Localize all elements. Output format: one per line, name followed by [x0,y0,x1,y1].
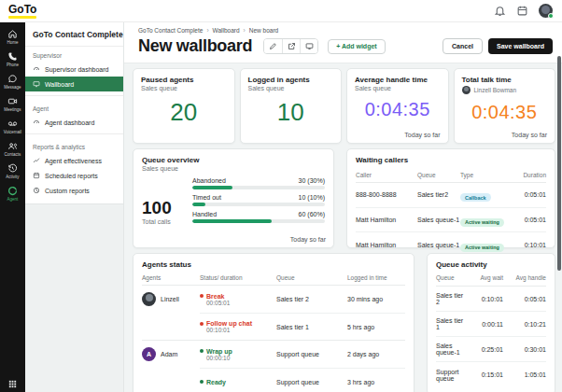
section-label-reports: Reports & analytics [25,138,123,153]
status-dot [200,322,204,326]
contacts-icon [7,141,18,151]
sidebar-item-agent-effectiveness[interactable]: Agent effectiveness [25,153,123,168]
status-badge: Active waiting [460,218,504,227]
avg-handle-time-value: 0:04:35 [355,99,441,120]
share-export-icon[interactable] [282,39,300,53]
user-avatar[interactable] [539,4,553,18]
rail-item-contacts[interactable]: Contacts [0,138,25,161]
widget-agents-status[interactable]: Agents status Agents Status/ duration Qu… [133,253,414,392]
goto-logo: GoTo [8,3,36,19]
breadcrumb: GoTo Contact Complete › Wallboard › New … [124,22,562,35]
top-bar: GoTo [0,0,562,22]
table-row: Sales tier 2 0:10:01 0:05:01 [436,287,546,312]
status-dot [200,380,204,384]
calendar-icon [33,172,40,179]
status-dot [200,349,204,353]
table-row: Follow up chat 00:10:01 Sales tier 1 5 h… [200,313,405,340]
save-wallboard-button[interactable]: Save wallboard [488,38,553,54]
widget-average-handle-time[interactable]: Average handle time Sales queue 0:04:35 … [346,68,449,144]
bar-timed-out: Timed out 10 (10%) [192,194,325,206]
waiting-callers-header: Caller Queue Type Duration [356,169,546,183]
widget-queue-activity[interactable]: Queue activity Queue Avg wait Avg handle… [427,253,555,392]
widget-total-talk-time[interactable]: Total talk time Linzell Bowman 0:04:35 T… [454,68,556,144]
apps-grid-icon[interactable] [7,376,18,386]
edit-pencil-icon[interactable] [264,39,282,53]
app-window: GoTo Home Phone Me [0,0,562,392]
pie-chart-icon [33,187,40,194]
rail-item-meetings[interactable]: Meetings [0,93,25,116]
table-row: Break 00:05:01 Sales tier 2 30 mins ago [200,286,405,313]
rail-item-agent[interactable]: Agent [0,183,25,205]
table-row: Sales queue-1 0:25:01 0:30:01 [436,337,546,362]
meetings-icon [7,96,18,106]
sidebar-item-scheduled-reports[interactable]: Scheduled reports [25,168,123,183]
status-badge: Callback [460,193,491,202]
present-display-icon[interactable] [300,39,317,53]
paused-agents-value: 20 [141,98,227,127]
activity-icon [7,163,18,174]
voicemail-icon [7,119,18,129]
bar-abandoned: Abandoned 30 (30%) [192,177,325,189]
cancel-button[interactable]: Cancel [443,38,483,54]
bar-handled: Handled 60 (60%) [192,211,325,223]
avatar [462,86,471,94]
status-badge: Active waiting [460,244,504,252]
wallboard-canvas: Paused agents Sales queue 20 Logged in a… [124,63,562,392]
rail-item-phone[interactable]: Phone [0,49,25,71]
total-calls-value: 100 [142,198,172,218]
rail-item-activity[interactable]: Activity [0,161,25,183]
page-header: New wallboard + Add widget Cancel Save w [124,35,562,63]
sidebar: GoTo Contact Complete Supervisor Supervi… [25,22,124,392]
widget-logged-in-agents[interactable]: Logged in agents Sales queue 10 [240,68,343,144]
logged-in-agents-value: 10 [248,98,334,127]
table-row: Wrap up 00:00:10 Support queue 2 days ag… [200,341,405,368]
widget-waiting-callers[interactable]: Waiting callers Caller Queue Type Durati… [346,148,555,248]
status-dot [200,294,204,298]
gauge-icon [33,65,40,73]
breadcrumb-new-board[interactable]: New board [249,27,278,34]
queue-activity-header: Queue Avg wait Avg handle [436,269,546,287]
rail-item-home[interactable]: Home [0,26,25,49]
table-row: Matt Hamilton Sales queue-1 Active waiti… [356,208,546,233]
sidebar-item-custom-reports[interactable]: Custom reports [25,183,123,198]
table-row: 888-800-8888 Sales tier2 Callback 0:05:0… [356,183,546,208]
sidebar-item-supervisor-dashboard[interactable]: Supervisor dashboard [25,62,123,77]
title-tools [263,38,318,54]
widget-paused-agents[interactable]: Paused agents Sales queue 20 [133,68,235,144]
agent-group-linzell: Linzell Break 00:05:01 Sales tier 2 30 [142,286,405,340]
home-icon [7,29,18,39]
gauge-icon [33,119,40,126]
table-row: Sales tier 1 0:00:11 0:10:21 [436,312,546,337]
agent-group-adam: A Adam Wrap up 00:00:10 Support queue [142,340,405,392]
breadcrumb-wallboard[interactable]: Wallboard [213,27,240,34]
line-chart-icon [33,157,40,164]
table-row: Ready Support queue 3 hrs ago [200,368,405,392]
avatar: A [142,347,156,361]
divider [25,95,123,96]
message-icon [7,74,18,84]
vertical-scrollbar[interactable] [557,56,561,271]
sidebar-item-agent-dashboard[interactable]: Agent dashboard [25,115,123,130]
sidebar-title: GoTo Contact Complete [25,22,123,47]
wallboard-monitor-icon [33,80,40,88]
agent-icon [7,186,18,196]
calendar-icon[interactable] [516,5,528,17]
page-title: New wallboard [138,36,252,56]
breadcrumb-separator: › [244,27,246,34]
rail-item-voicemail[interactable]: Voicemail [0,116,25,138]
rail-item-message[interactable]: Message [0,71,25,93]
section-label-supervisor: Supervisor [25,47,123,62]
breadcrumb-separator: › [206,27,208,34]
app-rail: Home Phone Message Meetings Voicemail Co… [0,22,25,392]
notification-bell-icon[interactable] [494,5,506,17]
total-talk-time-value: 0:04:35 [462,102,548,123]
presence-dot [548,13,554,19]
add-widget-button[interactable]: + Add widget [328,39,386,54]
sidebar-item-wallboard[interactable]: Wallboard [25,77,123,91]
agents-status-header: Agents Status/ duration Queue Logged in … [142,269,405,286]
divider [25,133,123,134]
widget-queue-overview[interactable]: Queue overview Sales queue 100 Total cal… [133,148,334,248]
avatar [142,292,156,306]
table-row: Support queue 0:15:01 1:05:01 [436,362,546,387]
breadcrumb-app[interactable]: GoTo Contact Complete [138,27,203,34]
